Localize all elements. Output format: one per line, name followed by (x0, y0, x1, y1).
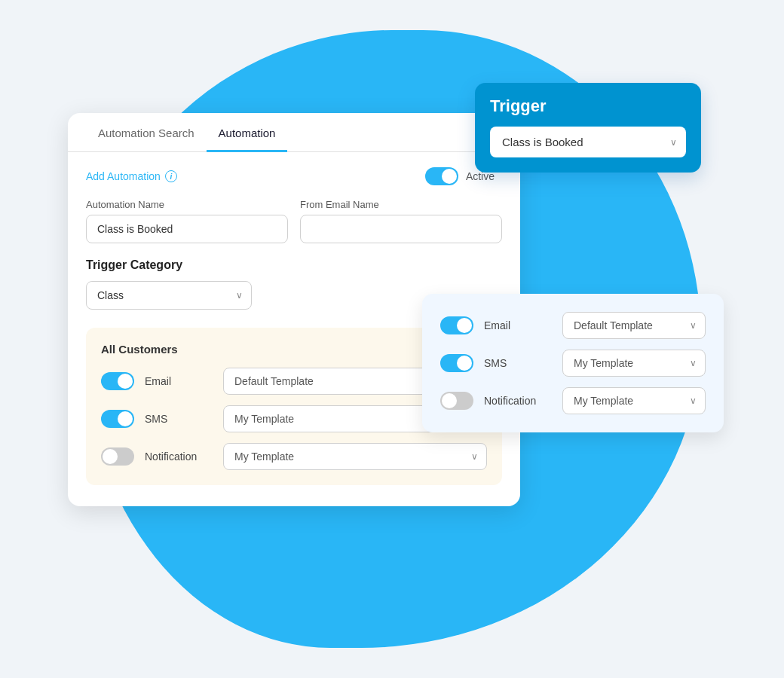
notification-select-wrapper: My Template Default Template ∨ (223, 443, 487, 470)
sms-toggle[interactable] (101, 410, 134, 428)
trigger-category-label: Trigger Category (86, 258, 502, 272)
floating-notification-template-select[interactable]: My Template Default Template (562, 387, 706, 414)
trigger-card: Trigger Class is Booked Class is Cancell… (475, 83, 701, 173)
automation-name-input[interactable] (86, 215, 288, 243)
trigger-select[interactable]: Class is Booked Class is Cancelled Appoi… (490, 127, 686, 157)
toggle-knob (118, 374, 133, 389)
channels-floating-card: Email Default Template My Template ∨ SMS… (422, 294, 724, 432)
notification-template-select[interactable]: My Template Default Template (223, 443, 487, 470)
toggle-knob (442, 393, 457, 408)
notification-channel-row: Notification My Template Default Templat… (101, 443, 487, 470)
form-row: Automation Name From Email Name (86, 199, 502, 243)
floating-sms-channel-row: SMS My Template Default Template ∨ (440, 350, 706, 377)
floating-notification-channel-row: Notification My Template Default Templat… (440, 387, 706, 414)
notification-toggle[interactable] (101, 447, 134, 466)
floating-email-template-select[interactable]: Default Template My Template (562, 312, 706, 339)
trigger-card-title: Trigger (490, 96, 686, 116)
floating-sms-label: SMS (484, 357, 552, 369)
email-toggle[interactable] (101, 372, 134, 390)
active-toggle[interactable] (425, 167, 458, 185)
tabs-bar: Automation Search Automation (68, 113, 520, 152)
floating-sms-toggle[interactable] (440, 354, 473, 372)
add-automation-link[interactable]: Add Automation i (86, 170, 177, 182)
info-icon: i (165, 170, 177, 182)
from-email-input[interactable] (300, 215, 502, 243)
trigger-category-select[interactable]: Class Appointment Membership (86, 281, 252, 310)
floating-notification-label: Notification (484, 395, 552, 407)
floating-notification-toggle[interactable] (440, 392, 473, 410)
floating-sms-select-wrapper: My Template Default Template ∨ (562, 350, 706, 377)
email-label: Email (145, 375, 213, 387)
top-row: Add Automation i Active (86, 167, 502, 199)
trigger-select-wrapper: Class is Booked Class is Cancelled Appoi… (490, 127, 686, 157)
notification-label: Notification (145, 450, 213, 463)
toggle-knob (442, 169, 457, 184)
floating-email-select-wrapper: Default Template My Template ∨ (562, 312, 706, 339)
floating-email-label: Email (484, 319, 552, 331)
floating-email-channel-row: Email Default Template My Template ∨ (440, 312, 706, 339)
floating-sms-template-select[interactable]: My Template Default Template (562, 350, 706, 377)
toggle-knob (103, 449, 118, 464)
automation-name-label: Automation Name (86, 199, 288, 210)
trigger-category-select-wrapper: Class Appointment Membership ∨ (86, 281, 252, 310)
tab-automation[interactable]: Automation (207, 113, 288, 152)
floating-notification-select-wrapper: My Template Default Template ∨ (562, 387, 706, 414)
main-container: Automation Search Automation Add Automat… (53, 68, 731, 610)
floating-email-toggle[interactable] (440, 316, 473, 334)
from-email-label: From Email Name (300, 199, 502, 210)
toggle-knob (457, 356, 472, 371)
sms-label: SMS (145, 413, 213, 425)
automation-name-group: Automation Name (86, 199, 288, 243)
toggle-knob (118, 411, 133, 426)
toggle-knob (457, 318, 472, 333)
tab-automation-search[interactable]: Automation Search (86, 113, 207, 152)
from-email-group: From Email Name (300, 199, 502, 243)
